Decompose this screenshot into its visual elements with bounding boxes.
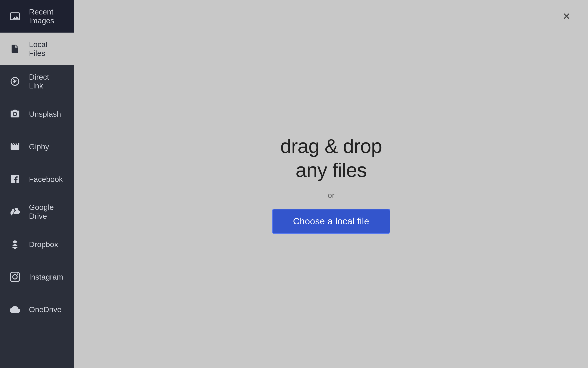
sidebar-item-google-drive-label: Google Drive	[29, 203, 65, 221]
choose-local-file-button[interactable]: Choose a local file	[272, 209, 390, 234]
sidebar-item-recent-images-label: Recent Images	[29, 8, 65, 25]
sidebar-item-onedrive[interactable]: OneDrive	[0, 293, 74, 326]
sidebar-item-unsplash-label: Unsplash	[29, 110, 61, 119]
dropbox-icon	[9, 239, 21, 250]
sidebar-item-google-drive[interactable]: Google Drive	[0, 195, 74, 228]
film-icon	[9, 141, 21, 152]
drop-zone: drag & drop any files or Choose a local …	[272, 134, 390, 234]
sidebar-item-local-files-label: Local Files	[29, 40, 65, 58]
sidebar-item-local-files[interactable]: Local Files	[0, 33, 74, 65]
sidebar: Recent Images Local Files Direct Link Un…	[0, 0, 74, 368]
drag-drop-line1: drag & drop	[280, 135, 382, 157]
sidebar-item-instagram-label: Instagram	[29, 273, 63, 281]
sidebar-item-facebook-label: Facebook	[29, 175, 63, 184]
sidebar-item-facebook[interactable]: Facebook	[0, 163, 74, 195]
facebook-icon	[9, 173, 21, 185]
sidebar-item-dropbox-label: Dropbox	[29, 240, 58, 249]
instagram-icon	[9, 271, 21, 283]
sidebar-item-dropbox[interactable]: Dropbox	[0, 228, 74, 261]
sidebar-item-giphy[interactable]: Giphy	[0, 130, 74, 163]
sidebar-item-recent-images[interactable]: Recent Images	[0, 0, 74, 33]
drive-icon	[9, 206, 21, 218]
sidebar-item-direct-link-label: Direct Link	[29, 73, 65, 90]
sidebar-item-unsplash[interactable]: Unsplash	[0, 98, 74, 130]
main-content: × drag & drop any files or Choose a loca…	[74, 0, 588, 368]
or-text: or	[328, 191, 334, 200]
drag-drop-text: drag & drop any files	[280, 134, 382, 182]
sidebar-item-direct-link[interactable]: Direct Link	[0, 65, 74, 98]
file-icon	[9, 43, 21, 55]
compass-icon	[9, 75, 21, 87]
sidebar-item-onedrive-label: OneDrive	[29, 305, 62, 314]
sidebar-item-giphy-label: Giphy	[29, 142, 49, 151]
close-button[interactable]: ×	[559, 8, 574, 24]
cloud-icon	[9, 304, 21, 315]
image-icon	[9, 10, 21, 22]
drag-drop-line2: any files	[296, 159, 367, 181]
sidebar-item-instagram[interactable]: Instagram	[0, 261, 74, 293]
camera-icon	[9, 108, 21, 120]
